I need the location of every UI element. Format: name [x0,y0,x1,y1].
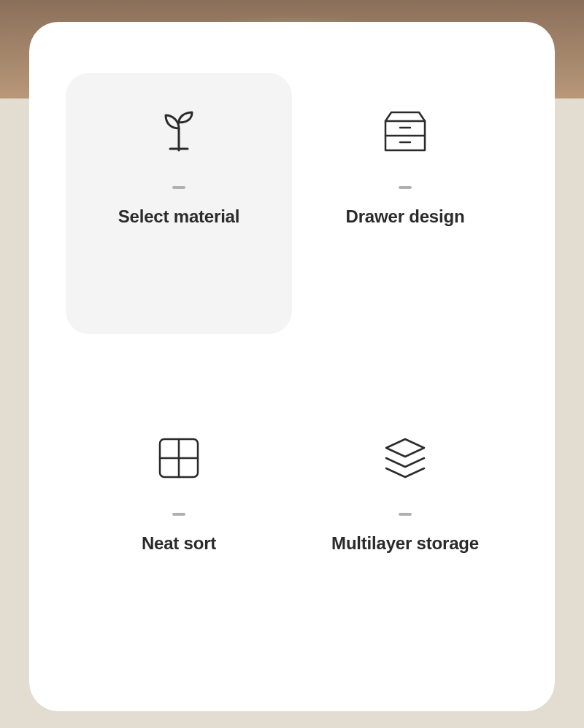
svg-marker-6 [386,439,424,457]
features-card: Select material Drawer design [29,22,555,711]
feature-cell-drawer-design[interactable]: Drawer design [292,73,518,334]
feature-label: Drawer design [346,206,465,227]
layers-icon [380,433,431,484]
feature-label: Select material [118,206,239,227]
grid-icon [153,433,204,484]
feature-cell-multilayer-storage[interactable]: Multilayer storage [292,400,518,661]
divider-dash [399,186,412,189]
divider-dash [172,186,185,189]
divider-dash [399,513,412,516]
feature-label: Neat sort [142,533,216,554]
feature-label: Multilayer storage [331,533,479,554]
sprout-icon [153,106,204,157]
feature-cell-neat-sort[interactable]: Neat sort [66,400,292,661]
drawer-icon [380,106,431,157]
feature-cell-select-material[interactable]: Select material [66,73,292,334]
features-grid: Select material Drawer design [66,73,518,660]
divider-dash [172,513,185,516]
